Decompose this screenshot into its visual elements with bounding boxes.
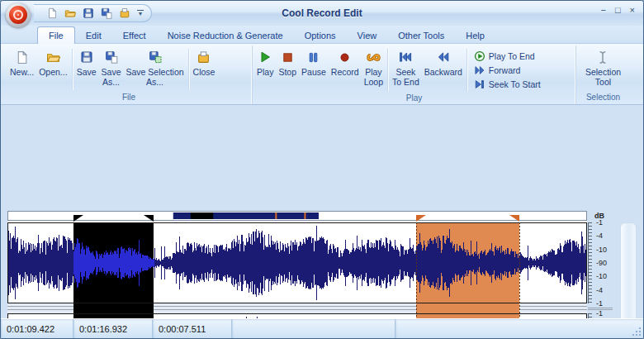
- open-button-label: Open...: [39, 67, 67, 77]
- ribbon: New... Open... Save Save As... Save: [1, 44, 643, 105]
- play-button-label: Play: [257, 67, 273, 77]
- tab-file[interactable]: File: [37, 26, 75, 44]
- db-label: -10: [596, 272, 607, 280]
- separator: [387, 49, 388, 91]
- play-to-end-button[interactable]: Play To End: [471, 49, 544, 63]
- tab-edit[interactable]: Edit: [75, 27, 112, 43]
- save-selection-icon: [149, 49, 162, 65]
- window-controls: − □ ×: [600, 4, 635, 16]
- play-to-end-button-label: Play To End: [489, 51, 535, 61]
- forward-icon: [474, 64, 485, 76]
- open-button[interactable]: Open...: [36, 46, 69, 93]
- db-label: -1: [596, 309, 607, 318]
- save-as-button-quick[interactable]: [98, 6, 114, 21]
- resize-grip[interactable]: [639, 334, 641, 336]
- tab-options[interactable]: Options: [294, 27, 347, 43]
- backward-icon: [437, 49, 450, 65]
- new-button[interactable]: New...: [7, 46, 36, 93]
- ribbon-group-label-file: File: [6, 93, 252, 104]
- seek-to-start-button[interactable]: Seek To Start: [471, 77, 544, 91]
- play-icon: [258, 49, 272, 65]
- db-label: -4: [596, 286, 607, 294]
- separator: [466, 49, 467, 91]
- record-orb-icon: [9, 6, 27, 24]
- open-folder-icon: [64, 7, 76, 19]
- close-file-button-label: Close: [193, 67, 215, 77]
- save-icon: [80, 49, 93, 65]
- status-selection-start: 0:01:09.422: [1, 319, 73, 338]
- stop-icon: [282, 49, 294, 65]
- open-file-button[interactable]: [62, 6, 78, 21]
- selection-tool-button[interactable]: Selection Tool: [583, 46, 623, 93]
- app-button[interactable]: [6, 2, 31, 27]
- ribbon-group-label-selection: Selection: [576, 93, 630, 104]
- tab-view[interactable]: View: [347, 27, 388, 43]
- forward-button-label: Forward: [489, 65, 521, 75]
- close-file-button[interactable]: Close: [191, 46, 218, 93]
- separator: [188, 49, 189, 90]
- db-scale-channel-1: -1-4-10-90-10-4-1: [588, 222, 618, 303]
- seek-to-end-button-label: Seek To End: [392, 67, 419, 87]
- save-selection-as-button-label: Save Selection As...: [126, 67, 184, 87]
- minimize-button[interactable]: −: [600, 4, 605, 16]
- save-icon: [83, 7, 94, 19]
- record-orb-ring: [13, 10, 23, 20]
- selection-tool-icon: [595, 49, 610, 65]
- record-button[interactable]: Record: [329, 46, 362, 93]
- db-tick-strip: [588, 222, 592, 303]
- forward-button[interactable]: Forward: [471, 63, 544, 77]
- save-as-button[interactable]: Save As...: [99, 46, 124, 93]
- db-label: -10: [596, 246, 607, 254]
- status-empty-cell: [395, 319, 643, 338]
- record-icon: [339, 49, 351, 65]
- app-window: Cool Record Edit ▾ − □ × File Edit Ef: [0, 0, 644, 339]
- status-bar: 0:01:09.422 0:01:16.932 0:00:07.511: [1, 318, 643, 338]
- play-button[interactable]: Play: [254, 46, 276, 93]
- db-label: -4: [596, 232, 607, 240]
- play-loop-button-label: Play Loop: [364, 67, 383, 87]
- db-label: -1: [596, 299, 607, 308]
- pause-button[interactable]: Pause: [299, 46, 329, 93]
- ribbon-group-file: New... Open... Save Save As... Save: [6, 45, 252, 104]
- status-selection-length: 0:00:07.511: [153, 319, 232, 338]
- open-folder-icon: [46, 49, 60, 65]
- new-file-button[interactable]: [44, 6, 59, 21]
- tab-help[interactable]: Help: [455, 27, 495, 43]
- save-as-icon: [101, 7, 112, 19]
- save-button-label: Save: [77, 67, 97, 77]
- pause-icon: [307, 49, 320, 65]
- record-orb-dot: [17, 14, 19, 16]
- save-button[interactable]: Save: [74, 46, 99, 93]
- db-label: -90: [596, 259, 607, 267]
- new-icon: [15, 49, 29, 65]
- play-stack: Play To End Forward Seek To Start: [469, 46, 546, 93]
- close-button[interactable]: ×: [630, 4, 635, 16]
- status-selection-end: 0:01:16.932: [73, 319, 153, 338]
- quick-access-toolbar: ▾: [34, 4, 152, 22]
- save-as-button-label: Save As...: [102, 67, 121, 87]
- seek-to-start-button-label: Seek To Start: [489, 79, 541, 89]
- play-to-end-icon: [474, 50, 485, 62]
- ribbon-group-selection: Selection Tool Selection: [575, 45, 630, 104]
- export-button-quick[interactable]: [116, 6, 132, 21]
- tab-effect[interactable]: Effect: [112, 27, 157, 43]
- maximize-button[interactable]: □: [615, 4, 621, 16]
- backward-button[interactable]: Backward: [422, 46, 465, 93]
- db-label: -1: [596, 218, 607, 227]
- workspace: dB -1-4-10-90-10-4-1 -1-4-10-90-10-4-1 h…: [1, 105, 643, 338]
- pause-button-label: Pause: [301, 67, 326, 77]
- seek-to-end-button[interactable]: Seek To End: [390, 46, 422, 93]
- quick-access-caret-icon[interactable]: ▾: [137, 10, 144, 17]
- ribbon-group-play: Play Stop Pause Record Play Loop: [252, 45, 575, 104]
- play-loop-button[interactable]: Play Loop: [362, 46, 386, 93]
- stop-button-label: Stop: [278, 67, 296, 77]
- new-button-label: New...: [10, 67, 34, 77]
- stop-button[interactable]: Stop: [276, 46, 299, 93]
- save-selection-as-button[interactable]: Save Selection As...: [124, 46, 187, 93]
- title-bar: Cool Record Edit ▾ − □ ×: [1, 1, 643, 26]
- tab-noise-reduction-generate[interactable]: Noise Reduction & Generate: [157, 27, 294, 43]
- seek-to-start-icon: [474, 79, 485, 90]
- tab-other-tools[interactable]: Other Tools: [387, 27, 455, 43]
- save-button-quick[interactable]: [80, 6, 96, 21]
- save-as-icon: [105, 49, 118, 65]
